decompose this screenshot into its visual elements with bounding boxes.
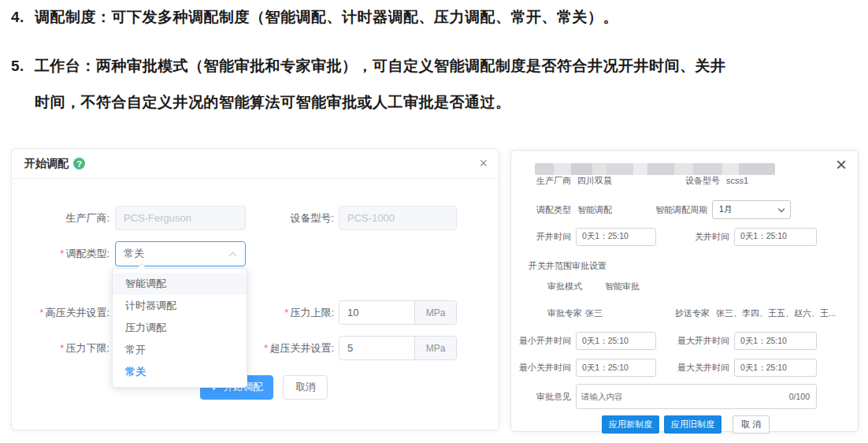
doc-item-4-text: 调配制度：可下发多种调配制度（智能调配、计时器调配、压力调配、常开、常关）。	[35, 9, 618, 25]
dropdown-option-always-open[interactable]: 常开	[113, 339, 247, 361]
approval-expert-label: 审批专家	[511, 307, 582, 319]
close-time-input[interactable]	[734, 228, 817, 246]
apply-new-policy-button[interactable]: 应用新制度	[602, 415, 659, 434]
doc-item-5-line2: 时间，不符合自定义井况的智能算法可智能审批或人工审批是否通过。	[35, 92, 511, 113]
doc-item-4: 4.调配制度：可下发多种调配制度（智能调配、计时器调配、压力调配、常开、常关）。	[11, 7, 618, 28]
manufacturer-value: 四川双晨	[577, 175, 612, 187]
row-min-max-open: 最小开井时间 最大开井时间	[511, 332, 858, 350]
smart-cycle-select[interactable]: 1月	[712, 200, 791, 219]
row-high-pressure: *高压关井设置: *压力上限: MPa	[12, 300, 499, 325]
required-mark: *	[60, 248, 64, 259]
min-close-label: 最小关井时间	[511, 362, 571, 374]
close-icon[interactable]: ×	[479, 156, 488, 170]
row-dispatch-type: *调配类型: 常关	[12, 241, 499, 266]
page: 4.调配制度：可下发多种调配制度（智能调配、计时器调配、压力调配、常开、常关）。…	[0, 0, 868, 443]
doc-item-5-text1: 工作台：两种审批模式（智能审批和专家审批），可自定义智能调配制度是否符合井况开井…	[35, 58, 726, 74]
open-time-label: 开井时间	[511, 231, 571, 243]
approval-expert-value: 张三	[585, 307, 603, 319]
max-open-input[interactable]	[734, 332, 817, 350]
row-low-pressure: *压力下限: *超压关井设置: MPa	[12, 336, 499, 360]
help-icon[interactable]: ?	[73, 158, 85, 169]
approval-range-section-label: 开关井范围审批设置	[529, 260, 606, 272]
smart-cycle-label: 智能调配周期	[612, 204, 707, 216]
close-icon[interactable]: ×	[836, 155, 847, 174]
min-open-label: 最小开井时间	[511, 335, 571, 347]
manufacturer-input[interactable]	[115, 206, 246, 230]
dialog-header: 开始调配 ?	[12, 149, 499, 179]
row-manufacturer-model: 生产厂商 四川双晨 设备型号 scss1	[511, 174, 858, 187]
row-experts: 审批专家 张三 抄送专家 张三、李四、王五、赵六、王...	[511, 307, 858, 319]
dialog-footer: 应用新制度 应用旧制度 取 消	[511, 415, 858, 434]
row-approval-mode: 审批模式 智能审批	[511, 280, 858, 292]
dispatch-type-dropdown: 智能调配 计时器调配 压力调配 常开 常关	[112, 268, 247, 388]
max-close-input[interactable]	[734, 359, 817, 377]
cancel-button[interactable]: 取 消	[733, 415, 770, 434]
cc-experts-label: 抄送专家	[603, 307, 710, 319]
cancel-button[interactable]: 取消	[283, 375, 328, 400]
manufacturer-label: 生产厂商:	[12, 211, 109, 225]
apply-old-policy-button[interactable]: 应用旧制度	[664, 415, 721, 434]
dispatch-type-value: 智能调配	[577, 204, 612, 216]
row-min-max-close: 最小关井时间 最大关井时间	[511, 359, 858, 377]
dialog-title: 开始调配	[24, 157, 69, 171]
min-open-input[interactable]	[576, 332, 656, 350]
high-pressure-shutin-label: *高压关井设置:	[12, 306, 109, 320]
chevron-up-icon	[229, 251, 237, 259]
cc-experts-value: 张三、李四、王五、赵六、王...	[716, 307, 836, 319]
start-dispatch-dialog: 开始调配 ? × 生产厂商: 设备型号: *调配类型: 常关 *高压关井设置: …	[11, 148, 499, 430]
pressure-lower-label: *压力下限:	[12, 341, 109, 356]
row-open-close-time: 开井时间 关井时间	[511, 227, 858, 246]
close-time-label: 关井时间	[656, 231, 729, 243]
approval-review-dialog: × 生产厂商 四川双晨 设备型号 scss1 调配类型 智能调配 智能调配周期 …	[510, 150, 859, 432]
pressure-upper-label: *压力上限:	[246, 306, 334, 320]
overpressure-shutin-unit: MPa	[414, 337, 456, 359]
approval-mode-label: 审批模式	[511, 281, 582, 292]
dropdown-option-pressure[interactable]: 压力调配	[113, 317, 247, 339]
pressure-upper-input[interactable]	[339, 301, 414, 324]
comment-counter: 0/100	[789, 392, 816, 401]
comment-box: 0/100	[576, 384, 817, 409]
model-input[interactable]	[339, 206, 457, 230]
dropdown-option-timer[interactable]: 计时器调配	[113, 295, 247, 317]
overpressure-shutin-group: MPa	[339, 336, 457, 360]
overpressure-shutin-input[interactable]	[339, 337, 414, 359]
dispatch-type-select[interactable]: 常关	[115, 241, 246, 266]
dispatch-type-label: *调配类型:	[12, 247, 109, 261]
chevron-down-icon	[778, 206, 785, 212]
row-manufacturer-model: 生产厂商: 设备型号:	[12, 206, 499, 230]
dropdown-option-smart[interactable]: 智能调配	[113, 273, 247, 295]
dispatch-type-label: 调配类型	[511, 204, 571, 216]
doc-item-5-number: 5.	[11, 58, 35, 75]
approval-mode-value: 智能审批	[605, 281, 640, 292]
smart-cycle-value: 1月	[719, 204, 732, 215]
manufacturer-label: 生产厂商	[511, 175, 571, 187]
comment-label: 审批意见	[511, 391, 571, 403]
model-value: scss1	[726, 176, 748, 185]
pressure-upper-group: MPa	[339, 300, 457, 325]
max-open-label: 最大开井时间	[656, 335, 729, 347]
dispatch-type-value: 常关	[124, 247, 144, 261]
open-time-input[interactable]	[576, 228, 656, 246]
model-label: 设备型号	[612, 175, 720, 187]
redacted-title	[535, 163, 775, 175]
doc-item-5-line1: 5.工作台：两种审批模式（智能审批和专家审批），可自定义智能调配制度是否符合井况…	[11, 56, 726, 76]
dropdown-option-always-closed[interactable]: 常关	[113, 361, 247, 383]
doc-item-4-number: 4.	[11, 9, 35, 26]
pressure-upper-unit: MPa	[414, 301, 456, 324]
min-close-input[interactable]	[576, 359, 656, 377]
row-type-cycle: 调配类型 智能调配 智能调配周期 1月	[511, 200, 858, 219]
overpressure-shutin-label: *超压关井设置:	[246, 341, 334, 356]
max-close-label: 最大关井时间	[656, 362, 729, 374]
comment-textarea[interactable]	[577, 390, 789, 403]
model-label: 设备型号:	[246, 211, 334, 225]
